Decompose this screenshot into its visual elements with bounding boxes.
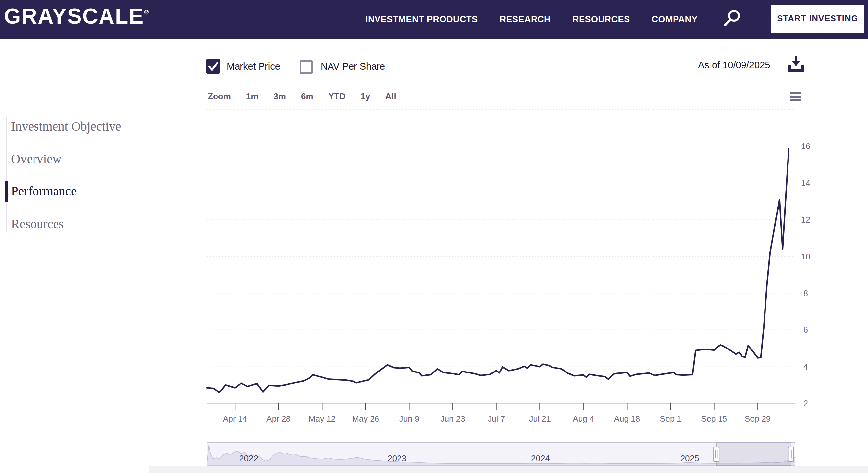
navigator: 2022202320242025: [207, 442, 795, 466]
market-price-series-line: [207, 149, 789, 392]
sidebar-active-indicator: [5, 181, 7, 202]
sidebar-item-investment-objective[interactable]: Investment Objective: [11, 119, 121, 134]
x-axis-label: Sep 15: [701, 414, 727, 423]
range-button-6m[interactable]: 6m: [301, 91, 313, 101]
x-axis-label: Sep 29: [745, 414, 771, 423]
navigator-top-border: [207, 442, 795, 443]
start-investing-button[interactable]: START INVESTING: [771, 5, 864, 33]
nav-item-research[interactable]: RESEARCH: [500, 14, 551, 25]
top-navigation-bar: GRAYSCALE® INVESTMENT PRODUCTS RESEARCH …: [0, 0, 868, 39]
x-axis-ticks: Apr 14Apr 28May 12May 26Jun 9Jun 23Jul 7…: [223, 403, 770, 423]
hamburger-bar: [790, 92, 801, 94]
y-axis-label: 4: [803, 362, 808, 371]
hamburger-bar: [790, 99, 801, 101]
main-nav: INVESTMENT PRODUCTS RESEARCH RESOURCES C…: [365, 0, 698, 39]
navigator-selected-range[interactable]: [716, 443, 791, 466]
navigator-year-label: 2022: [239, 453, 258, 463]
navigator-left-handle[interactable]: [714, 447, 719, 462]
logo-text: GRAYSCALE: [4, 4, 144, 28]
y-axis-label: 10: [801, 252, 810, 261]
sidebar-item-resources[interactable]: Resources: [11, 217, 64, 231]
grayscale-logo[interactable]: GRAYSCALE®: [4, 5, 149, 27]
range-button-ytd[interactable]: YTD: [329, 91, 346, 101]
bottom-strip: [150, 466, 868, 473]
handle-body[interactable]: [714, 447, 719, 462]
range-button-3m[interactable]: 3m: [273, 91, 286, 101]
registered-trademark: ®: [144, 8, 149, 16]
x-axis-label: May 26: [352, 414, 379, 423]
hamburger-bar: [790, 96, 801, 98]
navigator-year-label: 2025: [680, 453, 700, 463]
x-axis-label: Jun 9: [399, 414, 419, 423]
y-axis-label: 12: [801, 215, 810, 224]
checkmark-icon: [206, 59, 220, 73]
nav-item-company[interactable]: COMPANY: [652, 14, 698, 25]
range-selector: Zoom 1m 3m 6m YTD 1y All: [208, 91, 396, 101]
sidebar-rail: [6, 117, 7, 232]
zoom-label: Zoom: [208, 91, 231, 101]
navigator-right-handle[interactable]: [788, 447, 794, 462]
y-gridlines: [207, 110, 795, 367]
nav-per-share-label: NAV Per Share: [321, 61, 385, 72]
x-axis-label: Aug 18: [614, 414, 640, 423]
y-axis-label: 8: [803, 289, 808, 298]
handle-body[interactable]: [788, 447, 794, 462]
page: { "header": { "logo_text": "GRAYSCALE", …: [0, 0, 868, 473]
nav-item-investment-products[interactable]: INVESTMENT PRODUCTS: [365, 14, 478, 25]
navigator-year-label: 2024: [531, 453, 550, 463]
search-icon[interactable]: [722, 7, 743, 30]
x-axis-label: Aug 4: [572, 414, 594, 423]
performance-chart: 246810121416Apr 14Apr 28May 12May 26Jun …: [0, 0, 868, 473]
x-axis-label: Jul 7: [488, 414, 505, 423]
nav-per-share-checkbox[interactable]: [300, 60, 313, 73]
y-axis-labels: 246810121416: [801, 141, 810, 408]
range-button-1y[interactable]: 1y: [361, 91, 370, 101]
navigator-year-label: 2023: [388, 453, 406, 463]
range-button-1m[interactable]: 1m: [246, 91, 258, 101]
x-axis-label: May 12: [309, 414, 335, 423]
y-axis-label: 16: [801, 141, 810, 151]
as-of-date: As of 10/09/2025: [698, 60, 770, 71]
x-axis-label: Sep 1: [660, 414, 681, 423]
nav-item-resources[interactable]: RESOURCES: [572, 14, 630, 25]
x-axis-label: Jun 23: [441, 414, 465, 423]
y-axis-label: 6: [803, 325, 808, 335]
sidebar-item-overview[interactable]: Overview: [11, 151, 62, 166]
x-axis-label: Apr 14: [223, 414, 247, 423]
x-axis-label: Jul 21: [529, 414, 551, 423]
x-axis-label: Apr 28: [267, 414, 291, 423]
range-button-all[interactable]: All: [385, 91, 396, 101]
market-price-checkbox[interactable]: [206, 59, 220, 73]
y-axis-label: 14: [801, 178, 810, 188]
chart-menu-hamburger-icon[interactable]: [790, 92, 801, 102]
sidebar-item-performance[interactable]: Performance: [11, 184, 76, 198]
market-price-label: Market Price: [227, 61, 280, 72]
y-axis-label: 2: [803, 399, 808, 408]
download-icon[interactable]: [788, 55, 804, 72]
